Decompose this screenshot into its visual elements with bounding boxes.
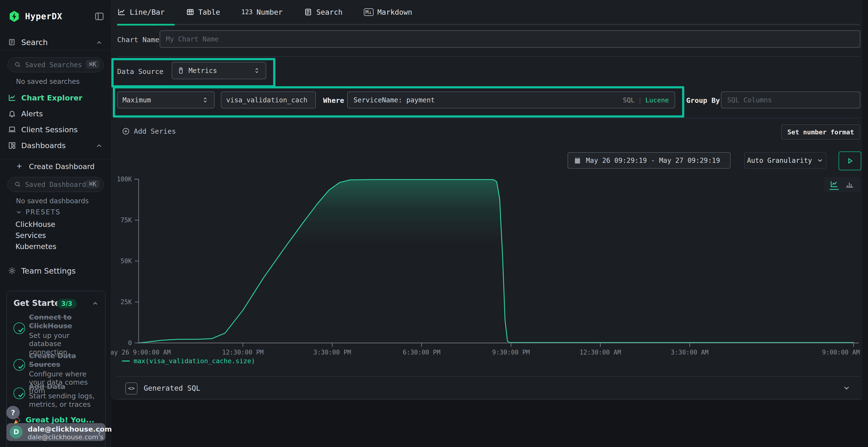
saved-searches-input[interactable]: Saved Searches ⌘K	[7, 57, 104, 72]
calendar-icon	[574, 157, 582, 165]
check-circle-icon	[13, 322, 25, 334]
group-by-input[interactable]	[721, 92, 860, 108]
help-button[interactable]: ?	[6, 406, 20, 419]
get-started-item-title: Create Data Sources	[29, 351, 99, 369]
database-icon	[177, 67, 185, 74]
where-input[interactable]: ServiceName: payment SQL | Lucene	[347, 92, 675, 108]
preset-services[interactable]: Services	[16, 231, 46, 240]
where-value: ServiceName: payment	[353, 96, 435, 104]
plus-circle-icon	[122, 127, 130, 135]
chevron-right-icon	[96, 428, 103, 436]
chevron-up-icon[interactable]	[95, 142, 103, 149]
chart-legend: max(visa_validation_cache.size)	[122, 357, 255, 365]
play-icon	[846, 157, 854, 165]
generated-sql-row[interactable]: <> Generated SQL	[117, 377, 860, 399]
sidebar-item-team-settings[interactable]: Team Settings	[0, 263, 111, 278]
legend-label: max(visa_validation_cache.size)	[133, 357, 255, 365]
get-started-item-desc: Start sending logs, metrics, or traces	[29, 392, 99, 409]
saved-searches-placeholder: Saved Searches	[25, 61, 82, 69]
aggregation-select[interactable]: Maximum	[117, 92, 215, 108]
preset-kubernetes[interactable]: Kubernetes	[16, 242, 56, 251]
user-subtitle: dale@clickhouse.com's	[28, 433, 103, 441]
tab-line-bar[interactable]: Line/Bar	[117, 8, 165, 16]
chevron-down-icon[interactable]	[842, 384, 850, 392]
chart-svg: 025K50K75K100KMay 26 9:00:00 AM12:30:00 …	[111, 169, 868, 356]
data-source-label: Data Source	[117, 67, 163, 76]
svg-text:9:30:00 PM: 9:30:00 PM	[492, 349, 530, 356]
chartline-icon	[117, 8, 126, 16]
metric-tag[interactable]: visa_validation_cach	[221, 92, 316, 108]
run-query-button[interactable]	[839, 151, 861, 170]
get-started-item-texts: Add DataStart sending logs, metrics, or …	[29, 382, 99, 409]
query-language-toggle[interactable]: SQL | Lucene	[623, 96, 669, 104]
svg-text:6:30:00 PM: 6:30:00 PM	[403, 349, 440, 356]
sidebar-item-client-sessions[interactable]: Client Sessions	[0, 122, 111, 137]
metric-line-chart: 025K50K75K100KMay 26 9:00:00 AM12:30:00 …	[111, 169, 868, 356]
markdown-icon: M↓	[364, 8, 374, 16]
sidebar-item-label: Client Sessions	[21, 125, 78, 134]
get-started-progress-badge: 3/3	[57, 299, 77, 309]
sidebar-item-label: Chart Explorer	[21, 94, 83, 102]
svg-text:May 26 9:00:00 AM: May 26 9:00:00 AM	[111, 349, 171, 356]
chart-name-label: Chart Name	[117, 36, 159, 44]
chart-type-tabs: Line/BarTable123NumberSearchM↓Markdown	[117, 4, 412, 20]
sidebar-item-chart-explorer[interactable]: Chart Explorer	[0, 90, 111, 105]
saved-dashboards-placeholder: Saved Dashboards	[25, 181, 90, 188]
svg-text:3:30:00 AM: 3:30:00 AM	[671, 349, 709, 356]
no-saved-searches-text: No saved searches	[16, 77, 80, 85]
get-started-item-texts: Connect to ClickHouseSet up your databas…	[29, 313, 99, 356]
data-source-select[interactable]: Metrics	[172, 62, 266, 79]
tab-label: Search	[316, 8, 342, 16]
search-section-icon	[8, 38, 16, 46]
gear-icon	[8, 266, 17, 275]
granularity-select[interactable]: Auto Granularity	[744, 152, 827, 169]
lucene-toggle[interactable]: Lucene	[645, 96, 669, 104]
tab-markdown[interactable]: M↓Markdown	[364, 8, 412, 16]
tab-label: Line/Bar	[130, 8, 165, 16]
presets-header[interactable]: PRESETS	[16, 208, 61, 216]
sidebar-item-dashboards[interactable]: Dashboards	[0, 138, 111, 153]
logo-row: HyperDX	[0, 8, 111, 24]
sidebar-item-label: Dashboards	[21, 141, 66, 150]
aggregation-value: Maximum	[123, 96, 151, 104]
tab-number[interactable]: 123Number	[241, 8, 283, 16]
avatar: D	[10, 425, 23, 439]
svg-text:12:30:00 PM: 12:30:00 PM	[222, 349, 264, 356]
chart-name-input[interactable]	[160, 30, 860, 48]
dashboard-icon	[8, 141, 17, 150]
sidebar-item-alerts[interactable]: Alerts	[0, 106, 111, 122]
set-number-format-label: Set number format	[787, 128, 854, 136]
metric-tag-label: visa_validation_cach	[226, 96, 307, 104]
sidebar-item-label: Alerts	[21, 109, 43, 118]
chevron-up-icon[interactable]	[92, 300, 99, 307]
svg-text:3:30:00 PM: 3:30:00 PM	[313, 349, 351, 356]
sidebar-section-search[interactable]: Search	[0, 36, 111, 50]
tab-label: Table	[198, 8, 220, 16]
divider	[117, 118, 860, 118]
selector-icon	[253, 66, 261, 75]
tab-search[interactable]: Search	[304, 8, 342, 16]
svg-text:25K: 25K	[121, 299, 132, 306]
saved-dashboards-input[interactable]: Saved Dashboards ⌘K	[7, 177, 104, 192]
create-dashboard-button[interactable]: Create Dashboard	[0, 159, 111, 174]
preset-clickhouse[interactable]: ClickHouse	[16, 220, 56, 229]
shortcut-badge: ⌘K	[86, 60, 100, 69]
search-section-label: Search	[21, 38, 48, 47]
set-number-format-button[interactable]: Set number format	[781, 124, 860, 140]
add-series-button[interactable]: Add Series	[122, 126, 176, 137]
toggle-divider: |	[638, 96, 642, 104]
chevron-down-icon	[816, 157, 824, 164]
team-settings-label: Team Settings	[21, 266, 76, 276]
date-range-input[interactable]: May 26 09:29:19 - May 27 09:29:19	[567, 152, 731, 169]
tab-table[interactable]: Table	[186, 8, 220, 16]
user-menu[interactable]: D dale@clickhouse.com dale@clickhouse.co…	[6, 423, 105, 441]
granularity-value: Auto Granularity	[747, 157, 812, 165]
doclist-icon	[304, 8, 312, 16]
chevron-up-icon[interactable]	[95, 39, 103, 46]
sql-toggle[interactable]: SQL	[623, 96, 634, 104]
svg-text:12:30:00 AM: 12:30:00 AM	[580, 349, 621, 356]
svg-text:100K: 100K	[117, 176, 132, 183]
table-icon	[186, 8, 194, 16]
sidebar-collapse-icon[interactable]	[94, 11, 105, 22]
number-123-icon: 123	[241, 8, 253, 16]
